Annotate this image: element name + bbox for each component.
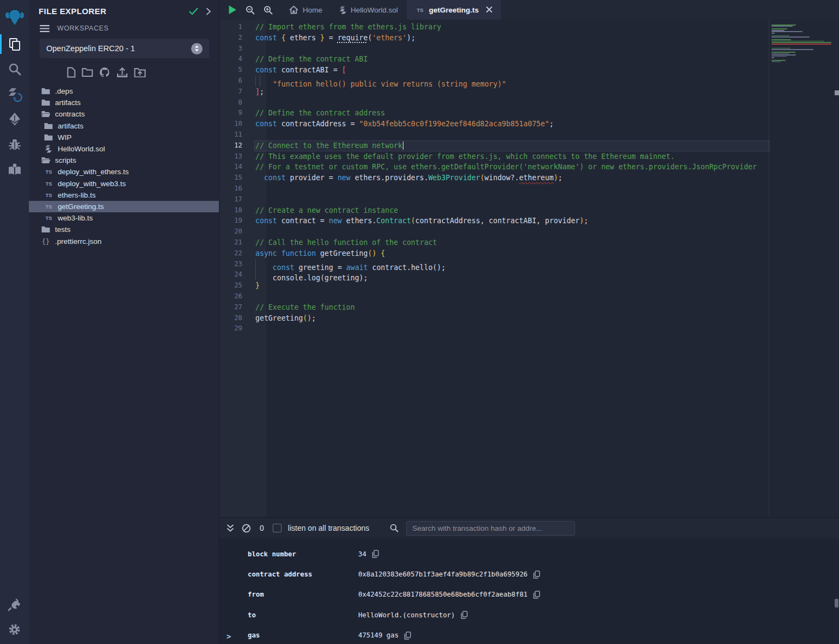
scrollbar-thumb[interactable]: [835, 90, 839, 95]
tree-item-label: getGreeting.ts: [58, 203, 104, 211]
tree-item-scripts[interactable]: scripts: [29, 155, 219, 166]
deploy-run-icon[interactable]: [0, 107, 29, 132]
close-tab-icon[interactable]: [486, 6, 492, 14]
code-line-19[interactable]: 19const contract = new ethers.Contract(c…: [219, 216, 769, 226]
workspace-select[interactable]: OpenZeppelin ERC20 - 1: [40, 39, 209, 58]
code-line-12[interactable]: 12// Connect to the Ethereum network: [219, 140, 769, 151]
code-line-22[interactable]: 22async function getGreeting() {: [219, 248, 769, 259]
search-icon[interactable]: [0, 57, 29, 82]
tab-home[interactable]: Home: [280, 0, 331, 20]
terminal-prompt[interactable]: >: [226, 632, 231, 641]
code-line-7[interactable]: 7];: [219, 87, 769, 97]
code-line-11[interactable]: 11: [219, 130, 769, 140]
copy-icon[interactable]: [533, 591, 540, 599]
code-line-8[interactable]: 8: [219, 97, 769, 108]
collapse-panel-chevron-icon[interactable]: [206, 8, 211, 15]
code-line-3[interactable]: 3: [219, 44, 769, 54]
code-editor[interactable]: 1// Import ethers from the ethers.js lib…: [219, 20, 839, 517]
folder-icon: [41, 226, 51, 233]
new-folder-icon[interactable]: [82, 68, 93, 77]
tree-item-artifacts[interactable]: artifacts: [29, 120, 219, 132]
workspace-sort-icon[interactable]: [191, 43, 203, 54]
tab-helloworld-sol[interactable]: HelloWorld.sol: [331, 0, 407, 20]
expand-terminal-icon[interactable]: [226, 524, 234, 532]
code-text: // Import ethers from the ethers.js libr…: [254, 22, 769, 33]
tree-item-wip[interactable]: WIP: [29, 132, 219, 143]
tx-detail-row: contract address0x8a120383e6057b1f3aef4f…: [248, 564, 839, 584]
code-text: // Define the contract ABI: [254, 54, 769, 65]
settings-icon[interactable]: [0, 617, 29, 642]
code-line-18[interactable]: 18// Create a new contract instance: [219, 205, 769, 216]
code-line-10[interactable]: 10const contractAddress = "0xb54febb5c0c…: [219, 119, 769, 130]
code-line-25[interactable]: 25}: [219, 280, 769, 291]
scrollbar-thumb[interactable]: [835, 599, 838, 608]
tx-detail-row: toHelloWorld.(constructor): [248, 605, 839, 625]
copy-icon[interactable]: [372, 550, 379, 558]
learn-icon[interactable]: [0, 157, 29, 182]
code-line-15[interactable]: 15 const provider = new ethers.providers…: [219, 173, 769, 183]
minimap[interactable]: [771, 20, 832, 64]
copy-icon[interactable]: [461, 611, 468, 619]
tree-item-getgreeting-ts[interactable]: TSgetGreeting.ts: [29, 201, 219, 212]
tree-item-helloworld-sol[interactable]: HelloWorld.sol: [29, 143, 219, 155]
tx-detail-label: contract address: [248, 571, 358, 578]
code-line-5[interactable]: 5const contractABI = [: [219, 65, 769, 76]
code-line-26[interactable]: 26: [219, 291, 769, 302]
copy-icon[interactable]: [533, 571, 540, 579]
listen-transactions-checkbox[interactable]: [273, 524, 281, 532]
upload-file-icon[interactable]: [117, 67, 128, 78]
code-line-20[interactable]: 20: [219, 226, 769, 237]
zoom-in-icon[interactable]: [264, 5, 273, 15]
tree-item-label: deploy_with_web3.ts: [58, 180, 126, 188]
line-number: 1: [219, 22, 254, 33]
debugger-icon[interactable]: [0, 132, 29, 157]
tree-item-web3-lib-ts[interactable]: TSweb3-lib.ts: [29, 212, 219, 224]
code-line-6[interactable]: 6 "function hello() public view returns …: [219, 76, 769, 87]
tree-item-deploy-with-ethers-ts[interactable]: TSdeploy_with_ethers.ts: [29, 166, 219, 177]
clear-console-icon[interactable]: [242, 524, 251, 533]
code-text: const contractAddress = "0xb54febb5c0c0f…: [254, 119, 769, 130]
remix-logo-icon[interactable]: [0, 2, 29, 32]
svg-text:TS: TS: [45, 215, 52, 221]
code-line-24[interactable]: 24 console.log(greeting);: [219, 269, 769, 280]
tree-item--prettierrc-json[interactable]: {}.prettierrc.json: [29, 235, 219, 247]
tab-getgreeting-ts[interactable]: TSgetGreeting.ts: [407, 0, 501, 20]
tree-item-tests[interactable]: tests: [29, 224, 219, 235]
new-file-icon[interactable]: [67, 67, 76, 78]
code-line-29[interactable]: 29: [219, 323, 769, 334]
hamburger-menu-icon[interactable]: [40, 25, 50, 32]
line-number: 20: [219, 226, 254, 237]
code-line-17[interactable]: 17: [219, 194, 769, 205]
code-line-4[interactable]: 4// Define the contract ABI: [219, 54, 769, 65]
github-icon[interactable]: [99, 67, 111, 78]
code-line-21[interactable]: 21// Call the hello function of the cont…: [219, 237, 769, 248]
code-text: // This example uses the default provide…: [254, 151, 769, 162]
line-number: 22: [219, 248, 254, 259]
solidity-compiler-icon[interactable]: [0, 82, 29, 107]
tree-item-deploy-with-web3-ts[interactable]: TSdeploy_with_web3.ts: [29, 178, 219, 189]
tree-item-artifacts[interactable]: artifacts: [29, 97, 219, 108]
code-line-16[interactable]: 16: [219, 183, 769, 194]
tree-item-contracts[interactable]: contracts: [29, 108, 219, 120]
terminal-search-input[interactable]: [406, 521, 575, 536]
zoom-out-icon[interactable]: [246, 5, 255, 15]
code-line-2[interactable]: 2const { ethers } = require('ethers');: [219, 33, 769, 44]
load-folder-icon[interactable]: [134, 68, 146, 77]
copy-icon[interactable]: [404, 631, 411, 640]
scrollbar[interactable]: [835, 0, 839, 644]
code-line-1[interactable]: 1// Import ethers from the ethers.js lib…: [219, 22, 769, 33]
code-line-28[interactable]: 28getGreeting();: [219, 313, 769, 324]
run-script-button[interactable]: [228, 5, 237, 15]
code-line-23[interactable]: 23 const greeting = await contract.hello…: [219, 259, 769, 270]
line-number: 4: [219, 54, 254, 65]
plugin-manager-icon[interactable]: [0, 592, 29, 617]
tree-item-label: ethers-lib.ts: [58, 191, 96, 199]
file-explorer-icon[interactable]: [0, 32, 29, 57]
tree-item--deps[interactable]: .deps: [29, 85, 219, 97]
code-line-27[interactable]: 27// Execute the function: [219, 302, 769, 313]
check-icon[interactable]: [189, 8, 198, 15]
code-line-9[interactable]: 9// Define the contract address: [219, 108, 769, 119]
code-line-13[interactable]: 13// This example uses the default provi…: [219, 151, 769, 162]
tree-item-ethers-lib-ts[interactable]: TSethers-lib.ts: [29, 189, 219, 201]
code-line-14[interactable]: 14// For a testnet or custom RPC, use et…: [219, 162, 769, 173]
